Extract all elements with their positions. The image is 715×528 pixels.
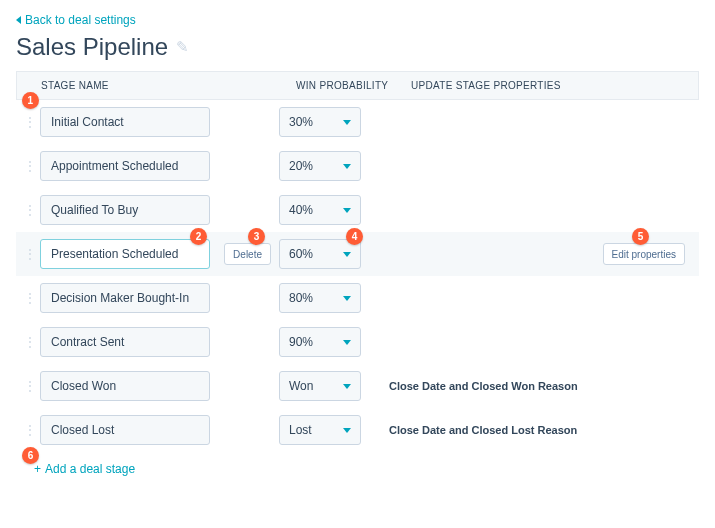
- stage-name-input[interactable]: Qualified To Buy: [40, 195, 210, 225]
- win-probability-select[interactable]: 90%: [279, 327, 361, 357]
- add-deal-stage-label: Add a deal stage: [45, 462, 135, 476]
- page-title-text: Sales Pipeline: [16, 33, 168, 61]
- pencil-icon[interactable]: ✎: [176, 38, 189, 56]
- win-probability-value: 80%: [289, 291, 313, 305]
- drag-handle-icon[interactable]: ⋮⋮: [24, 338, 40, 346]
- chevron-down-icon: [343, 340, 351, 345]
- update-stage-properties-text: Close Date and Closed Lost Reason: [361, 424, 691, 436]
- win-probability-select[interactable]: 80%: [279, 283, 361, 313]
- win-probability-select[interactable]: 60%: [279, 239, 361, 269]
- win-probability-select[interactable]: Won: [279, 371, 361, 401]
- chevron-down-icon: [343, 208, 351, 213]
- chevron-left-icon: [16, 16, 21, 24]
- edit-properties-button[interactable]: Edit properties: [603, 243, 685, 265]
- stage-name-input[interactable]: Contract Sent: [40, 327, 210, 357]
- chevron-down-icon: [343, 164, 351, 169]
- chevron-down-icon: [343, 120, 351, 125]
- win-probability-value: 40%: [289, 203, 313, 217]
- win-probability-value: 90%: [289, 335, 313, 349]
- win-probability-select[interactable]: 40%: [279, 195, 361, 225]
- back-link-label: Back to deal settings: [25, 13, 136, 27]
- win-probability-select[interactable]: 30%: [279, 107, 361, 137]
- delete-button[interactable]: Delete: [224, 243, 271, 265]
- stage-name-input[interactable]: Initial Contact: [40, 107, 210, 137]
- column-header-stage-name: STAGE NAME: [41, 80, 296, 91]
- table-row: ⋮⋮ Closed Lost Lost Close Date and Close…: [16, 408, 699, 452]
- win-probability-value: Won: [289, 379, 313, 393]
- drag-handle-icon[interactable]: ⋮⋮: [24, 382, 40, 390]
- update-stage-properties-text: Close Date and Closed Won Reason: [361, 380, 691, 392]
- win-probability-select[interactable]: Lost: [279, 415, 361, 445]
- page-title: Sales Pipeline ✎: [16, 33, 699, 61]
- table-row: ⋮⋮ Appointment Scheduled 20%: [16, 144, 699, 188]
- stage-name-input[interactable]: Presentation Scheduled: [40, 239, 210, 269]
- drag-handle-icon[interactable]: ⋮⋮: [24, 426, 40, 434]
- plus-icon: +: [34, 462, 41, 476]
- table-row: ⋮⋮ Initial Contact 30%: [16, 100, 699, 144]
- win-probability-value: 20%: [289, 159, 313, 173]
- stage-name-input[interactable]: Closed Lost: [40, 415, 210, 445]
- stage-name-input[interactable]: Appointment Scheduled: [40, 151, 210, 181]
- table-row: ⋮⋮ Qualified To Buy 40%: [16, 188, 699, 232]
- table-row: ⋮⋮ Contract Sent 90%: [16, 320, 699, 364]
- stage-name-input[interactable]: Closed Won: [40, 371, 210, 401]
- win-probability-value: 30%: [289, 115, 313, 129]
- add-deal-stage-button[interactable]: + Add a deal stage: [34, 462, 135, 476]
- win-probability-value: 60%: [289, 247, 313, 261]
- drag-handle-icon[interactable]: ⋮⋮: [24, 294, 40, 302]
- table-row: ⋮⋮ Presentation Scheduled Delete 60% Edi…: [16, 232, 699, 276]
- table-header: STAGE NAME WIN PROBABILITY UPDATE STAGE …: [16, 71, 699, 100]
- win-probability-select[interactable]: 20%: [279, 151, 361, 181]
- win-probability-value: Lost: [289, 423, 312, 437]
- chevron-down-icon: [343, 252, 351, 257]
- table-row: ⋮⋮ Closed Won Won Close Date and Closed …: [16, 364, 699, 408]
- back-to-deal-settings-link[interactable]: Back to deal settings: [16, 13, 136, 27]
- drag-handle-icon[interactable]: ⋮⋮: [24, 250, 40, 258]
- drag-handle-icon[interactable]: ⋮⋮: [24, 206, 40, 214]
- chevron-down-icon: [343, 384, 351, 389]
- table-row: ⋮⋮ Decision Maker Bought-In 80%: [16, 276, 699, 320]
- chevron-down-icon: [343, 296, 351, 301]
- column-header-update-stage-properties: UPDATE STAGE PROPERTIES: [411, 80, 690, 91]
- stage-name-input[interactable]: Decision Maker Bought-In: [40, 283, 210, 313]
- chevron-down-icon: [343, 428, 351, 433]
- drag-handle-icon[interactable]: ⋮⋮: [24, 162, 40, 170]
- column-header-win-probability: WIN PROBABILITY: [296, 80, 411, 91]
- drag-handle-icon[interactable]: ⋮⋮: [24, 118, 40, 126]
